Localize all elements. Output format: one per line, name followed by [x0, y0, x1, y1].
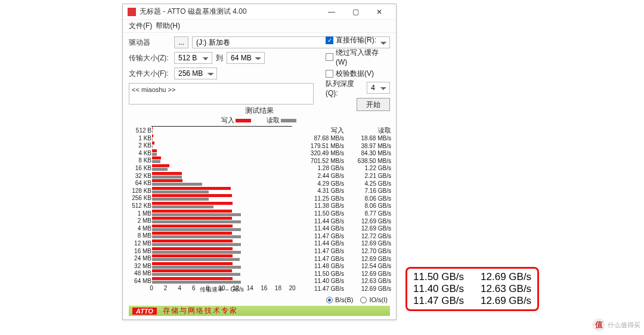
y-axis: 512 B1 KB2 KB4 KB8 KB16 KB32 KB64 KB128 …: [129, 126, 151, 285]
body: 驱动器 ... (J:) 新加卷 传输大小(Z): 512 B 到 64 MB …: [123, 33, 396, 319]
description-box[interactable]: << miaoshu >>: [129, 83, 314, 105]
app-icon: [128, 8, 136, 16]
atto-logo: ATTO: [132, 308, 157, 315]
footer-slogan: 存储与网络技术专家: [163, 306, 238, 316]
options-column: ✓直接传输(R): 绕过写入缓存(W) 校验数据(V) 队列深度(Q): 4 开…: [326, 35, 390, 111]
minimize-button[interactable]: —: [320, 5, 343, 19]
qd-select[interactable]: 4: [367, 82, 390, 94]
start-button[interactable]: 开始: [357, 98, 390, 111]
verify-checkbox[interactable]: 校验数据(V): [326, 69, 390, 79]
menubar: 文件(F) 帮助(H): [123, 20, 396, 33]
footer: ATTO 存储与网络技术专家: [129, 306, 390, 316]
direct-checkbox[interactable]: ✓直接传输(R):: [326, 35, 390, 45]
menu-help[interactable]: 帮助(H): [156, 21, 180, 31]
qd-label: 队列深度(Q):: [326, 79, 363, 97]
filesize-label: 文件大小(F):: [129, 69, 171, 79]
app-window: 无标题 - ATTO 磁盘基准测试 4.00 — ▢ ✕ 文件(F) 帮助(H)…: [122, 4, 397, 320]
window-title: 无标题 - ATTO 磁盘基准测试 4.00: [140, 7, 247, 17]
xfersize-label: 传输大小(Z):: [129, 53, 171, 63]
browse-button[interactable]: ...: [174, 36, 188, 48]
results-table: 写入读取 87.68 MB/s18.68 MB/s179.51 MB/s38.9…: [297, 126, 391, 293]
highlight-callout: 11.50 GB/s12.69 GB/s11.40 GB/s12.63 GB/s…: [405, 267, 539, 311]
xfersize-to-select[interactable]: 64 MB: [227, 52, 265, 64]
legend: 写入 读取: [129, 116, 390, 125]
menu-file[interactable]: 文件(F): [129, 21, 152, 31]
close-button[interactable]: ✕: [367, 5, 391, 19]
maximize-button[interactable]: ▢: [343, 5, 367, 19]
x-ticks: 02468101214161820: [151, 285, 292, 285]
unit-selector: B/s(B) IO/s(I): [129, 296, 388, 303]
watermark: 值 什么值得买: [592, 318, 640, 331]
filesize-select[interactable]: 256 MB: [174, 67, 217, 79]
drive-label: 驱动器: [129, 38, 171, 48]
bypass-checkbox[interactable]: 绕过写入缓存(W): [326, 48, 390, 66]
watermark-text: 什么值得买: [608, 321, 640, 330]
titlebar: 无标题 - ATTO 磁盘基准测试 4.00 — ▢ ✕: [123, 4, 396, 20]
xfersize-from-select[interactable]: 512 B: [174, 52, 212, 64]
watermark-icon: 值: [592, 318, 605, 331]
xfersize-to-label: 到: [216, 53, 223, 63]
unit-ios-radio[interactable]: IO/s(I): [360, 296, 388, 303]
plot: [151, 126, 292, 127]
unit-bs-radio[interactable]: B/s(B): [326, 296, 354, 303]
chart-area: 512 B1 KB2 KB4 KB8 KB16 KB32 KB64 KB128 …: [129, 126, 390, 285]
